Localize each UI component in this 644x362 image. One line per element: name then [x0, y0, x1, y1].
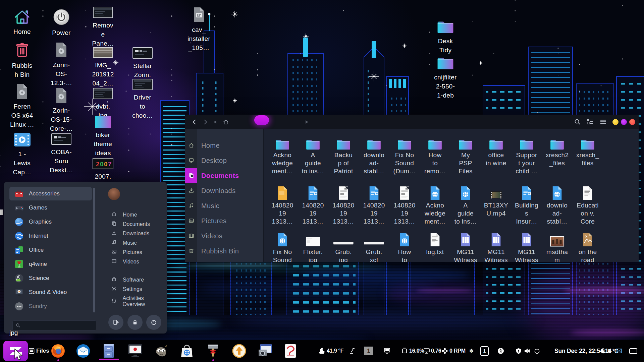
file-item[interactable]: MG11 Witness	[512, 232, 542, 262]
menu-category-accessories[interactable]: Accessories	[9, 187, 92, 200]
file-item[interactable]: MG11 Witness	[450, 232, 481, 262]
weather-icon[interactable]	[318, 340, 326, 362]
menu-category-graphics[interactable]: Graphics	[9, 215, 92, 229]
cpu-icon[interactable]	[401, 340, 408, 362]
taskbar-app-updater[interactable]	[231, 340, 247, 362]
desktop-icon-y2007[interactable]: 2007 2007.	[85, 158, 121, 181]
menu-icon[interactable]	[600, 115, 606, 129]
session-logout-button[interactable]	[108, 315, 123, 330]
menu-system-settings[interactable]: Settings	[111, 286, 142, 293]
desktop-icon-remove-panel[interactable]: Remov e Pane…	[85, 7, 121, 48]
maximize-button[interactable]	[621, 115, 627, 129]
desktop-icon-rubbish-bin[interactable]: Rubbis h Bin	[4, 42, 41, 79]
session-lock-button[interactable]	[127, 315, 143, 330]
user-avatar[interactable]	[108, 188, 120, 200]
back-button[interactable]	[192, 115, 197, 129]
menu-category-sundry[interactable]: Sundry	[9, 300, 92, 313]
sidebar-item-rubbish-bin[interactable]: Rubbish Bin	[185, 243, 263, 258]
file-item[interactable]: Grub. xcf	[359, 232, 389, 262]
file-item[interactable]: Grub. jpg	[328, 232, 359, 262]
sidebar-item-templates[interactable]: Templates	[185, 258, 263, 262]
file-item[interactable]: log.txt	[420, 232, 450, 256]
breadcrumb-current[interactable]	[254, 115, 269, 125]
home-breadcrumb-icon[interactable]	[223, 115, 229, 129]
file-item[interactable]: Backu p of Patriot	[328, 135, 359, 175]
file-item[interactable]: Flixter. jpg	[298, 232, 328, 262]
file-item[interactable]: downlo ad- stabl…	[359, 135, 389, 175]
file-item[interactable]: How to	[389, 232, 420, 262]
menu-place-videos[interactable]: Videos	[111, 258, 139, 265]
security-icon[interactable]	[516, 340, 521, 362]
taskbar-app-gimp[interactable]	[153, 340, 169, 362]
sidebar-item-desktop[interactable]: Desktop	[185, 153, 263, 168]
taskbar-app-screenshot[interactable]	[257, 340, 273, 362]
menu-system-activities-overview[interactable]: Activities Overview	[111, 295, 167, 307]
file-item[interactable]: 140820 19 1313…	[359, 185, 389, 226]
volume-icon[interactable]	[524, 340, 531, 362]
file-item[interactable]: Educati on v. Core	[573, 185, 603, 226]
file-item[interactable]: My PSP Files	[450, 135, 481, 175]
desktop-icon-zorin-os-12[interactable]: Zorin- OS- 12.3-…	[43, 42, 80, 87]
file-item[interactable]: office in wine	[481, 135, 511, 167]
window-count-indicator[interactable]: 1	[480, 340, 489, 362]
menu-scrollbar[interactable]	[93, 188, 95, 312]
menu-category-internet[interactable]: Internet	[9, 229, 92, 243]
breadcrumb-left-arrow[interactable]	[213, 115, 217, 129]
sidebar-item-videos[interactable]: Videos	[185, 228, 263, 243]
file-item[interactable]: xresch2 _files	[542, 135, 572, 167]
desktop-icon-power[interactable]: Power	[43, 9, 80, 37]
sidebar-item-pictures[interactable]: Pictures	[185, 213, 263, 228]
search-icon[interactable]	[574, 115, 581, 129]
menu-place-music[interactable]: Music	[111, 240, 137, 246]
forward-button[interactable]	[203, 115, 208, 129]
taskbar-app-firefox[interactable]	[50, 340, 66, 362]
desktop-icon-zorin-os-15[interactable]: Zorin- OS-15- Core-…	[43, 88, 80, 133]
menu-place-documents[interactable]: Documents	[111, 221, 150, 228]
computer-icon[interactable]	[384, 340, 390, 362]
desktop-icon-desk-tidy[interactable]: Desk Tidy	[427, 19, 464, 55]
sidebar-item-home[interactable]: Home	[185, 138, 263, 153]
desktop-icon-cnijfilter[interactable]: cnijfilter 2-550- 1-deb	[427, 56, 464, 100]
load-icon[interactable]	[423, 340, 430, 362]
show-desktop-button[interactable]	[629, 340, 637, 362]
desktop-icon-stellar-zorin[interactable]: Stellar Zorin.	[124, 47, 161, 79]
file-item[interactable]: Suppor t your child …	[512, 135, 542, 175]
file-item[interactable]: A guide to ins…	[450, 185, 481, 226]
file-item[interactable]: 140820 19 1313…	[328, 185, 359, 226]
desktop-icon-cav-installer[interactable]: cav_ installer _105…	[180, 7, 217, 52]
file-item[interactable]: A guide to ins…	[298, 135, 328, 175]
sidebar-item-documents[interactable]: Documents	[185, 168, 263, 183]
snowflake-icon[interactable]: ❄	[469, 340, 474, 362]
menu-place-home[interactable]: Home	[111, 212, 137, 218]
file-item[interactable]: Building s Insur…	[512, 185, 542, 226]
file-item[interactable]: msdtha m	[542, 232, 572, 262]
menu-search[interactable]	[12, 320, 96, 330]
close-button[interactable]	[629, 115, 635, 129]
desktop-icon-home[interactable]: Home	[4, 8, 41, 36]
menu-place-downloads[interactable]: Downloads	[111, 230, 149, 237]
file-item[interactable]: 140820 19 1313…	[298, 185, 328, 226]
taskbar-app-rocket[interactable]	[205, 340, 221, 362]
mail-notification-icon[interactable]	[616, 340, 622, 362]
file-item[interactable]: Fix No Sound (Dum…	[389, 135, 420, 175]
desktop-icon-coba-suru[interactable]: COBA- Suru Deskt…	[43, 133, 80, 175]
minimize-button[interactable]	[612, 115, 619, 129]
file-item[interactable]: Fix No Sound	[267, 232, 298, 262]
desktop-icon-biker[interactable]: biker theme ideas	[85, 116, 121, 158]
file-item[interactable]: Ackno wledge ment…	[420, 185, 450, 226]
sidebar-item-downloads[interactable]: Downloads	[185, 183, 263, 198]
workspace-switcher[interactable]: 1	[364, 340, 373, 362]
file-item[interactable]: on the road	[573, 232, 603, 262]
menu-place-pictures[interactable]: Pictures	[111, 249, 142, 256]
file-item[interactable]: 140820 19 1313…	[389, 185, 420, 226]
files-window-icon[interactable]	[29, 340, 35, 362]
menu-category-science[interactable]: Science	[9, 272, 92, 285]
desktop-icon-feren-os[interactable]: Feren OS x64 Linux …	[4, 84, 41, 129]
menu-category-sound-video[interactable]: Sound & Video	[9, 286, 92, 299]
files-taskbar-label[interactable]: Files	[36, 340, 49, 362]
power-status-icon[interactable]	[534, 340, 540, 362]
menu-category-q4wine[interactable]: q4wine	[9, 257, 92, 271]
menu-system-software[interactable]: Software	[111, 277, 144, 283]
file-item[interactable]: BT13XY U.mp4	[481, 185, 511, 218]
desktop-icon-lewis-video[interactable]: 1 - Lewis Cap…	[4, 133, 41, 177]
